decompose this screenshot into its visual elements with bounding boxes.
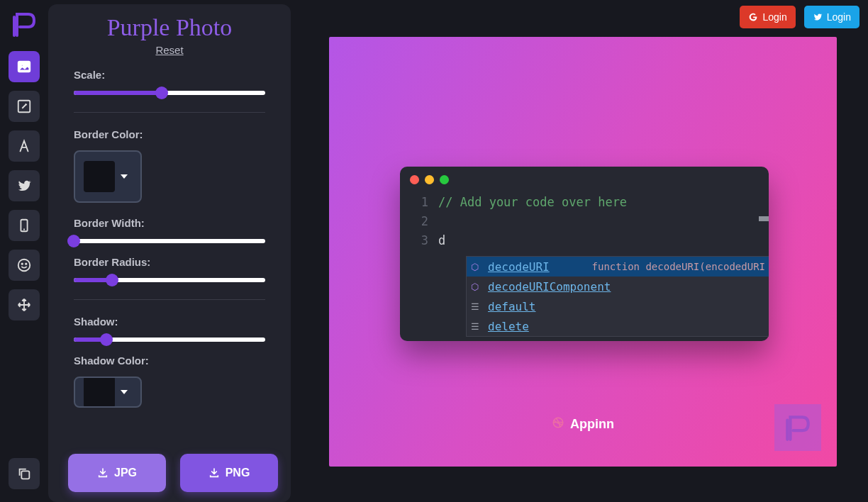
code-line: d [438,231,769,250]
watermark-text: Appinn [570,417,614,432]
divider [74,299,265,300]
divider [74,112,265,113]
close-dot-icon [410,175,419,184]
tab-twitter[interactable] [9,170,40,201]
reset-link[interactable]: Reset [74,44,265,56]
line-numbers: 1 2 3 [400,193,438,250]
autocomplete-popup[interactable]: ⬡ decodeURI function decodeURI(encodedUR… [466,256,769,337]
shadow-color-swatch [84,376,115,408]
preview-canvas[interactable]: 1 2 3 // Add your code over here d ⬡ dec… [329,37,837,467]
code-editor[interactable]: 1 2 3 // Add your code over here d [400,193,769,250]
tab-edit[interactable] [9,91,40,122]
login-buttons: Login Login [740,6,859,28]
scrollbar-marker [759,216,769,221]
watermark-logo [774,404,821,451]
shadow-color-label: Shadow Color: [74,355,265,367]
tab-mobile[interactable] [9,210,40,241]
window-controls [400,167,769,193]
code-line [438,212,769,231]
download-png-button[interactable]: PNG [180,454,278,492]
jpg-label: JPG [114,467,137,479]
border-radius-slider[interactable] [74,278,265,282]
twitter-icon [813,12,823,22]
shadow-color-picker[interactable] [74,376,142,408]
scale-label: Scale: [74,69,265,81]
png-label: PNG [226,467,250,479]
watermark: Appinn [552,416,614,433]
code-lines: // Add your code over here d [438,193,769,250]
twitter-login-label: Login [827,11,851,23]
chevron-down-icon [121,390,128,394]
minimize-dot-icon [425,175,434,184]
download-buttons: JPG PNG [68,454,278,492]
svg-point-5 [18,260,30,272]
app-title: Purple Photo [74,14,265,41]
settings-panel: Purple Photo Reset Scale: Border Color: … [48,4,291,502]
twitter-login-button[interactable]: Login [804,6,859,28]
cube-icon: ⬡ [471,262,482,272]
download-jpg-button[interactable]: JPG [68,454,166,492]
google-login-label: Login [762,11,786,23]
border-color-picker[interactable] [74,150,142,203]
border-color-label: Border Color: [74,128,265,140]
shadow-label: Shadow: [74,316,265,328]
google-login-button[interactable]: Login [740,6,795,28]
maximize-dot-icon [440,175,449,184]
main-area: Login Login 1 2 3 // Add your code over … [291,0,868,502]
border-width-label: Border Width: [74,217,265,229]
border-width-slider[interactable] [74,239,265,243]
tab-emoji[interactable] [9,250,40,281]
word-icon: ☰ [471,301,482,312]
autocomplete-item[interactable]: ☰ delete [467,316,769,336]
svg-point-7 [26,263,26,264]
copy-button[interactable] [9,458,40,489]
code-window: 1 2 3 // Add your code over here d ⬡ dec… [400,167,769,341]
autocomplete-item[interactable]: ⬡ decodeURIComponent [467,277,769,296]
scale-slider[interactable] [74,91,265,95]
svg-rect-8 [21,471,29,479]
word-icon: ☰ [471,321,482,332]
border-radius-label: Border Radius: [74,256,265,268]
cube-icon: ⬡ [471,281,482,292]
chevron-down-icon [121,174,128,179]
autocomplete-item[interactable]: ⬡ decodeURI function decodeURI(encodedUR… [467,257,769,277]
shadow-slider[interactable] [74,338,265,342]
svg-point-6 [22,263,23,264]
tab-image[interactable] [9,51,40,82]
dribbble-icon [552,416,564,433]
tab-text[interactable] [9,130,40,162]
google-icon [748,12,758,22]
border-color-swatch [84,161,115,192]
autocomplete-item[interactable]: ☰ default [467,296,769,316]
code-line: // Add your code over here [438,193,769,212]
tab-move[interactable] [9,289,40,320]
app-logo [7,7,41,41]
icon-sidebar [0,0,48,502]
